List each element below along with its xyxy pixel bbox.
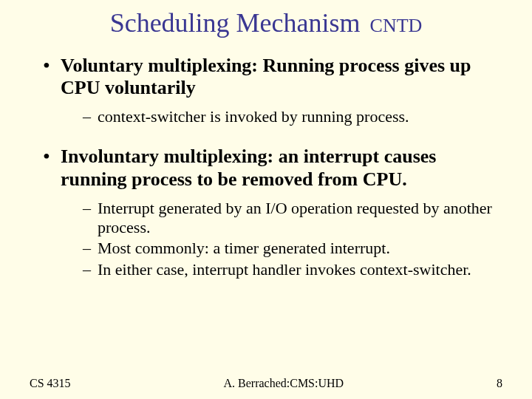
- footer-course: CS 4315: [30, 377, 71, 390]
- footer-author: A. Berrached:CMS:UHD: [71, 377, 497, 390]
- footer-page-number: 8: [497, 377, 502, 390]
- sub-bullet-label: Most commonly: a timer generated interru…: [98, 239, 390, 257]
- footer: CS 4315 A. Berrached:CMS:UHD 8: [0, 377, 532, 390]
- title-main: Scheduling Mechanism: [110, 8, 361, 38]
- slide: Scheduling Mechanism CNTD Voluntary mult…: [0, 0, 532, 399]
- title-suffix: CNTD: [370, 15, 423, 36]
- sub-bullet-label: In either case, interrupt handler invoke…: [98, 260, 471, 279]
- bullet-label: Involuntary multiplexing: an interrupt c…: [61, 146, 437, 190]
- bullet-item: Involuntary multiplexing: an interrupt c…: [40, 146, 502, 279]
- bullet-label: Voluntary multiplexing: Running process …: [61, 55, 471, 99]
- slide-title: Scheduling Mechanism CNTD: [30, 9, 502, 38]
- bullet-item: Voluntary multiplexing: Running process …: [40, 55, 502, 127]
- sub-bullet-item: context-switcher is invoked by running p…: [83, 107, 502, 126]
- sub-bullet-list: context-switcher is invoked by running p…: [61, 107, 502, 126]
- sub-bullet-label: context-switcher is invoked by running p…: [98, 107, 409, 126]
- sub-bullet-label: Interrupt generated by an I/O operation …: [98, 199, 492, 236]
- sub-bullet-list: Interrupt generated by an I/O operation …: [61, 199, 502, 280]
- sub-bullet-item: In either case, interrupt handler invoke…: [83, 260, 502, 279]
- bullet-list: Voluntary multiplexing: Running process …: [40, 55, 502, 280]
- sub-bullet-item: Interrupt generated by an I/O operation …: [83, 199, 502, 238]
- sub-bullet-item: Most commonly: a timer generated interru…: [83, 239, 502, 258]
